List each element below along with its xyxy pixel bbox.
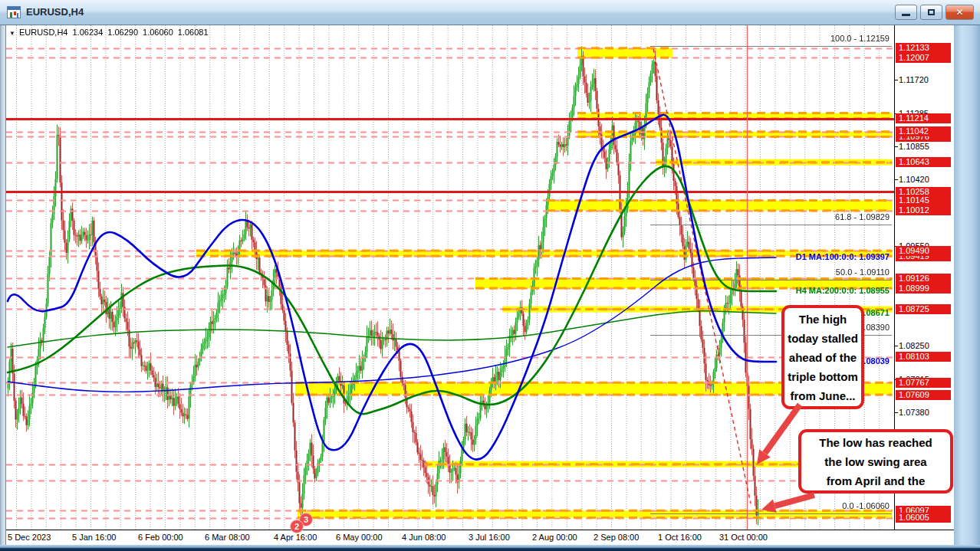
signal-badge[interactable]: 2 — [290, 520, 304, 533]
price-alert-label: 1.12133 — [896, 43, 951, 53]
price-tick-mark — [895, 80, 898, 80]
date-label: 4 Apr 16:00 — [274, 533, 317, 542]
restore-button[interactable] — [920, 5, 942, 20]
price-alert-label: 1.07767 — [896, 378, 951, 388]
price-alert-label: 1.10012 — [896, 205, 951, 215]
annotation-box-low[interactable]: The low has reached the low swing area f… — [798, 429, 953, 494]
close-button[interactable]: ✕ — [945, 5, 974, 20]
date-label: 6 Feb 00:00 — [138, 533, 183, 542]
price-alert-label: 1.06005 — [896, 513, 951, 523]
price-alert-label: 1.08999 — [896, 284, 951, 294]
date-label: 2 Sep 08:00 — [594, 533, 639, 542]
date-label: 3 Jul 16:00 — [469, 533, 510, 542]
window-right-border — [954, 25, 980, 545]
open-value: 1.06234 — [73, 28, 104, 37]
date-label: 5 Dec 2023 — [8, 533, 51, 542]
window-bottom-border — [0, 545, 980, 551]
minimize-button[interactable] — [895, 5, 917, 20]
window-titlebar[interactable]: EURUSD,H4 ✕ — [0, 0, 980, 25]
price-tick-label: 1.11720 — [899, 75, 929, 84]
price-tick-mark — [895, 179, 898, 180]
close-value: 1.06081 — [178, 28, 209, 37]
restore-icon — [928, 9, 935, 15]
price-alert-label: 1.11214 — [896, 113, 951, 123]
metatrader-window: EURUSD,H4 ✕ ▼EURUSD,H41.062341.062901.06… — [0, 0, 980, 551]
date-label: 1 Oct 16:00 — [658, 533, 702, 542]
left-panel-splitter[interactable] — [0, 25, 6, 545]
time-axis[interactable]: 5 Dec 20235 Jan 16:006 Feb 00:006 Mar 08… — [6, 530, 954, 545]
date-label: 5 Jan 16:00 — [72, 533, 117, 542]
window-title: EURUSD,H4 — [26, 6, 84, 18]
chart-info-line[interactable]: ▼EURUSD,H41.062341.062901.060601.06081 — [9, 28, 213, 37]
price-tick-label: 1.10855 — [899, 142, 929, 151]
close-icon: ✕ — [955, 7, 963, 18]
price-chart-canvas[interactable] — [6, 25, 894, 530]
price-alert-label: 1.10643 — [896, 157, 951, 167]
price-alert-label: 1.08103 — [896, 352, 951, 362]
price-alert-label: 1.08725 — [896, 304, 951, 314]
low-value: 1.06060 — [143, 28, 173, 37]
price-tick-label: 1.10420 — [899, 175, 929, 184]
price-tick-mark — [895, 412, 898, 413]
price-tick-label: 1.07380 — [899, 408, 929, 417]
price-alert-label: 1.10145 — [896, 195, 951, 205]
price-tick-mark — [895, 146, 898, 147]
price-alert-label: 1.11042 — [896, 126, 951, 136]
symbol-period-label: EURUSD,H4 — [19, 28, 68, 37]
date-label: 31 Oct 00:00 — [719, 533, 768, 542]
chart-window-icon — [7, 6, 21, 18]
high-value: 1.06290 — [107, 28, 138, 37]
date-label: 4 Jun 08:00 — [402, 533, 446, 542]
price-tick-mark — [895, 346, 898, 346]
price-tick-label: 1.08250 — [899, 341, 929, 350]
date-label: 2 Aug 00:00 — [532, 533, 577, 542]
chevron-down-icon[interactable]: ▼ — [9, 30, 15, 37]
annotation-box-high-text: The high today stalled ahead of the trip… — [788, 310, 858, 405]
price-alert-label: 1.09126 — [896, 274, 951, 284]
annotation-box-low-text: The low has reached the low swing area f… — [819, 433, 932, 490]
minimize-icon — [902, 14, 910, 16]
price-alert-label: 1.12007 — [896, 53, 951, 63]
price-alert-label: 1.07609 — [896, 390, 951, 400]
date-label: 6 Mar 08:00 — [205, 533, 250, 542]
price-alert-label: 1.09490 — [896, 246, 951, 256]
date-label: 6 May 00:00 — [336, 533, 383, 542]
annotation-box-high[interactable]: The high today stalled ahead of the trip… — [781, 305, 864, 409]
